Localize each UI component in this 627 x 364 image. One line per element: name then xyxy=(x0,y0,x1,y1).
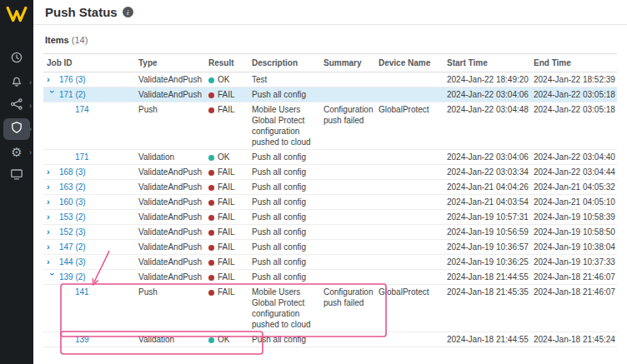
job-id-cell: 139 xyxy=(43,332,135,347)
dashboard-icon xyxy=(10,51,23,67)
job-type-cell: Validation xyxy=(135,150,205,165)
job-type-cell: ValidateAndPush xyxy=(135,270,205,285)
job-id-cell: ›153 (2) xyxy=(43,210,135,225)
job-id-link[interactable]: 176 (3) xyxy=(59,75,86,84)
job-device-name-cell xyxy=(375,225,444,240)
job-end-time-cell: 2024-Jan-21 04:05:10 xyxy=(530,195,617,210)
items-label: Items xyxy=(45,35,69,45)
sidebar-item-network[interactable]: › xyxy=(3,95,30,117)
job-id-link[interactable]: 139 xyxy=(75,335,89,344)
job-device-name-cell: GlobalProtect xyxy=(375,102,444,150)
job-end-time-cell: 2024-Jan-18 21:46:07 xyxy=(530,270,617,285)
page-title: Push Status xyxy=(45,5,118,19)
sidebar-item-dashboard[interactable] xyxy=(3,48,30,70)
expand-row-icon[interactable]: › xyxy=(47,197,59,207)
job-id-link[interactable]: 171 xyxy=(75,152,89,162)
table-row[interactable]: ›147 (2)ValidateAndPushFAILPush all conf… xyxy=(43,240,617,255)
expand-row-icon[interactable]: › xyxy=(47,242,59,252)
column-header[interactable]: End Time xyxy=(530,54,617,72)
table-row[interactable]: ›144 (3)ValidateAndPushFAILPush all conf… xyxy=(43,255,617,270)
sidebar-item-bell[interactable]: › xyxy=(3,72,30,93)
column-header[interactable]: Job ID xyxy=(43,54,135,72)
job-start-time-cell: 2024-Jan-19 10:57:31 xyxy=(444,210,530,225)
job-summary-cell xyxy=(320,210,375,225)
job-description-cell: Push all config xyxy=(248,240,320,255)
expand-row-icon[interactable]: › xyxy=(47,182,59,192)
result-dot-icon xyxy=(208,200,214,206)
result-dot-icon xyxy=(208,215,214,221)
job-description-cell: Push all config xyxy=(248,225,320,240)
column-header[interactable]: Start Time xyxy=(444,54,530,72)
column-header[interactable]: Device Name xyxy=(375,54,444,72)
job-id-link[interactable]: 174 xyxy=(75,105,89,114)
expand-row-icon[interactable]: › xyxy=(47,74,59,85)
column-header[interactable]: Summary xyxy=(320,54,375,72)
column-header[interactable]: Type xyxy=(135,54,205,72)
job-id-link[interactable]: 147 (2) xyxy=(59,242,86,252)
column-header[interactable]: Description xyxy=(248,54,320,72)
job-id-link[interactable]: 168 (3) xyxy=(59,167,86,177)
result-dot-icon xyxy=(208,185,214,191)
expand-row-icon[interactable]: › xyxy=(47,227,59,237)
job-id-link[interactable]: 139 (2) xyxy=(59,272,86,282)
job-id-link[interactable]: 163 (2) xyxy=(59,182,86,192)
job-id-link[interactable]: 160 (3) xyxy=(59,197,86,207)
table-row[interactable]: ›171 (2)ValidateAndPushFAILPush all conf… xyxy=(43,87,617,102)
job-device-name-cell xyxy=(375,180,444,195)
job-type-cell: ValidateAndPush xyxy=(135,225,205,240)
jobs-table: Job IDTypeResultDescriptionSummaryDevice… xyxy=(43,53,617,347)
job-description-cell: Push all config xyxy=(248,270,320,285)
result-dot-icon xyxy=(208,260,214,266)
result-label: FAIL xyxy=(218,257,235,267)
expand-row-icon[interactable]: › xyxy=(47,212,59,222)
expand-row-icon[interactable]: › xyxy=(47,167,59,177)
bell-icon xyxy=(10,74,23,91)
app-window: ›››⚙› Push Status i Items (14) Job IDTyp… xyxy=(0,0,627,364)
column-header[interactable]: Result xyxy=(205,54,248,72)
job-id-cell: ›144 (3) xyxy=(43,255,135,270)
job-device-name-cell xyxy=(375,332,444,347)
result-label: FAIL xyxy=(218,212,235,222)
job-id-link[interactable]: 171 (2) xyxy=(59,90,86,99)
table-row[interactable]: 174PushFAILMobile Users Global Protect c… xyxy=(43,102,617,150)
job-end-time-cell: 2024-Jan-18 21:46:07 xyxy=(530,285,617,332)
job-type-cell: ValidateAndPush xyxy=(135,240,205,255)
sidebar-item-terminal[interactable] xyxy=(3,165,30,187)
job-result-cell: FAIL xyxy=(205,225,248,240)
job-id-link[interactable]: 153 (2) xyxy=(59,212,86,222)
job-id-link[interactable]: 152 (3) xyxy=(59,227,86,237)
table-row[interactable]: ›163 (2)ValidateAndPushFAILPush all conf… xyxy=(43,180,617,195)
panw-logo[interactable] xyxy=(6,3,28,25)
job-start-time-cell: 2024-Jan-22 03:04:06 xyxy=(444,87,530,102)
chevron-right-icon: › xyxy=(29,102,32,110)
result-dot-icon xyxy=(208,155,214,161)
job-end-time-cell: 2024-Jan-22 03:05:18 xyxy=(530,102,617,150)
job-device-name-cell xyxy=(375,210,444,225)
job-id-link[interactable]: 144 (3) xyxy=(59,257,86,267)
settings-gear-icon: ⚙ xyxy=(11,145,22,160)
result-dot-icon xyxy=(208,77,214,83)
sidebar-item-shield[interactable]: › xyxy=(3,118,30,140)
table-row[interactable]: 171ValidationOKPush all config2024-Jan-2… xyxy=(43,150,617,165)
job-description-cell: Push all config xyxy=(248,165,320,180)
sidebar-nav: ›››⚙› xyxy=(3,48,30,187)
table-row[interactable]: 141PushFAILMobile Users Global Protect c… xyxy=(43,285,617,332)
table-row[interactable]: ›153 (2)ValidateAndPushFAILPush all conf… xyxy=(43,210,617,225)
collapse-row-icon[interactable]: › xyxy=(47,272,58,285)
table-row[interactable]: ›160 (3)ValidateAndPushFAILPush all conf… xyxy=(43,195,617,210)
job-result-cell: FAIL xyxy=(205,255,248,270)
collapse-row-icon[interactable]: › xyxy=(47,90,58,102)
table-row[interactable]: ›176 (3)ValidateAndPushOKTest2024-Jan-22… xyxy=(43,72,617,87)
job-id-link[interactable]: 141 xyxy=(75,287,89,297)
job-description-cell: Test xyxy=(248,72,320,87)
table-row[interactable]: ›152 (3)ValidateAndPushFAILPush all conf… xyxy=(43,225,617,240)
job-result-cell: FAIL xyxy=(205,240,248,255)
expand-row-icon[interactable]: › xyxy=(47,257,59,267)
table-row[interactable]: ›139 (2)ValidateAndPushFAILPush all conf… xyxy=(43,270,617,285)
job-id-cell: ›139 (2) xyxy=(43,270,135,285)
sidebar-item-settings-gear[interactable]: ⚙› xyxy=(3,142,30,163)
info-icon[interactable]: i xyxy=(123,7,133,17)
job-type-cell: Push xyxy=(135,102,205,150)
table-row[interactable]: 139ValidationOKPush all config2024-Jan-1… xyxy=(43,332,617,347)
table-row[interactable]: ›168 (3)ValidateAndPushFAILPush all conf… xyxy=(43,165,617,180)
